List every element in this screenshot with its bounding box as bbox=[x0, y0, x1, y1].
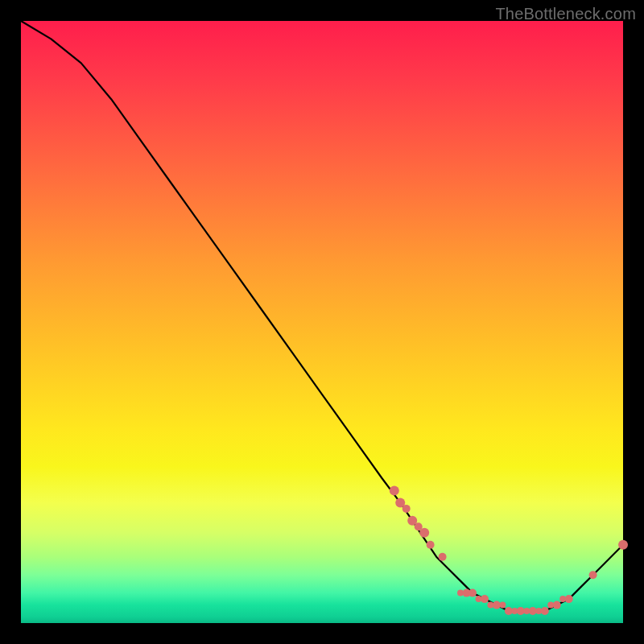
highlight-dot bbox=[481, 595, 489, 603]
highlight-dot bbox=[589, 571, 597, 579]
chart-svg bbox=[21, 21, 623, 623]
highlight-dot bbox=[618, 540, 628, 550]
highlight-dot bbox=[439, 553, 447, 561]
watermark-text: TheBottleneck.com bbox=[495, 5, 636, 23]
highlight-dot bbox=[499, 602, 506, 609]
highlight-dot bbox=[427, 541, 435, 549]
highlight-dots-group bbox=[390, 485, 628, 615]
highlight-dot bbox=[469, 589, 477, 597]
highlight-dot bbox=[565, 595, 573, 603]
chart-stage: TheBottleneck.com bbox=[0, 0, 644, 644]
highlight-dot bbox=[553, 601, 561, 609]
highlight-dot bbox=[419, 528, 429, 538]
highlight-dot bbox=[402, 505, 411, 513]
highlight-dot bbox=[390, 485, 399, 495]
bottleneck-curve bbox=[21, 21, 623, 611]
highlight-dot bbox=[541, 607, 549, 615]
